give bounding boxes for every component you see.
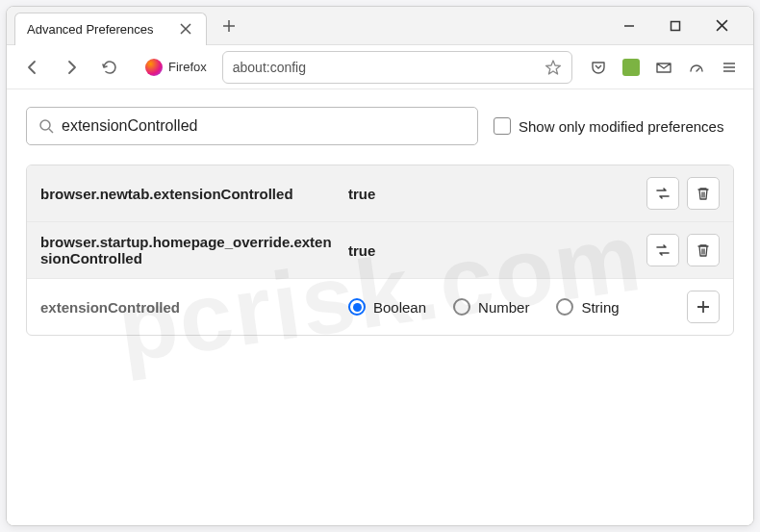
config-search-input[interactable] [62,117,466,135]
new-pref-row: extensionControlled Boolean Number Strin… [27,279,733,335]
radio-label: Boolean [373,299,426,316]
close-icon [180,23,191,35]
identity-label: Firefox [168,60,207,74]
search-icon [38,118,54,134]
close-tab-button[interactable] [177,20,194,38]
forward-button[interactable] [55,51,88,84]
browser-window: Advanced Preferences [6,6,754,526]
reload-icon [101,59,118,76]
toolbar-right-icons [584,53,744,82]
pocket-button[interactable] [584,53,613,82]
svg-point-1 [40,120,50,130]
radio-circle [348,298,366,316]
radio-label: Number [478,299,529,316]
mail-icon [655,59,672,76]
new-pref-name: extensionControlled [40,299,348,316]
config-search-wrapper [26,107,478,145]
minimize-button[interactable] [615,12,644,40]
nav-toolbar: Firefox about:config [7,45,753,89]
firefox-logo-icon [145,59,163,76]
trash-icon [696,186,711,201]
new-tab-button[interactable] [215,12,243,40]
pref-value: true [348,186,646,202]
extension-button[interactable] [617,53,646,82]
close-icon [716,19,728,32]
pref-row: browser.startup.homepage_override.extens… [27,222,733,279]
radio-circle [556,298,573,316]
show-modified-label: Show only modified preferences [519,118,723,135]
delete-button[interactable] [687,177,720,210]
pref-value: true [348,242,646,259]
pref-actions [687,291,720,323]
svg-rect-0 [671,21,680,30]
radio-string[interactable]: String [556,298,619,316]
reload-button[interactable] [93,51,126,84]
pref-name: browser.startup.homepage_override.extens… [40,234,348,266]
url-bar[interactable]: about:config [222,51,572,84]
url-cluster: Firefox about:config [138,51,572,84]
bookmark-star-button[interactable] [545,59,562,76]
toggle-button[interactable] [646,234,679,266]
pref-actions [646,234,720,266]
minimize-icon [623,20,635,32]
plus-icon [222,19,236,33]
mail-button[interactable] [649,53,678,82]
arrow-right-icon [63,59,80,76]
checkbox-box [494,117,511,135]
pocket-icon [590,59,607,76]
radio-number[interactable]: Number [453,298,529,316]
radio-label: String [581,299,619,316]
plus-icon [696,299,711,315]
trash-icon [696,242,711,258]
show-modified-checkbox[interactable]: Show only modified preferences [494,117,723,135]
extension-icon [622,59,640,76]
arrow-left-icon [24,59,41,76]
add-pref-button[interactable] [687,291,720,323]
star-icon [545,59,562,76]
pref-name: browser.newtab.extensionControlled [40,186,348,202]
dashboard-button[interactable] [682,53,711,82]
radio-circle [453,298,470,316]
titlebar: Advanced Preferences [7,7,753,45]
radio-boolean[interactable]: Boolean [348,298,426,316]
page-content: Show only modified preferences browser.n… [7,89,753,525]
toggle-button[interactable] [646,177,679,210]
url-identity[interactable]: Firefox [138,55,215,80]
toggle-icon [654,241,671,259]
maximize-button[interactable] [661,12,690,40]
pref-row: browser.newtab.extensionControlled true [27,165,733,222]
tab-active[interactable]: Advanced Preferences [14,13,207,45]
url-text: about:config [233,60,545,75]
window-controls [615,12,746,40]
maximize-icon [670,20,681,32]
delete-button[interactable] [687,234,720,266]
toggle-icon [654,185,671,202]
gauge-icon [688,59,705,76]
pref-actions [646,177,720,210]
window-close-button[interactable] [707,12,736,40]
type-radio-group: Boolean Number String [348,298,687,316]
tab-title: Advanced Preferences [27,22,177,37]
hamburger-icon [721,59,738,76]
menu-button[interactable] [715,53,744,82]
config-search-row: Show only modified preferences [26,107,734,145]
pref-list: browser.newtab.extensionControlled true … [26,165,734,336]
back-button[interactable] [16,51,49,84]
